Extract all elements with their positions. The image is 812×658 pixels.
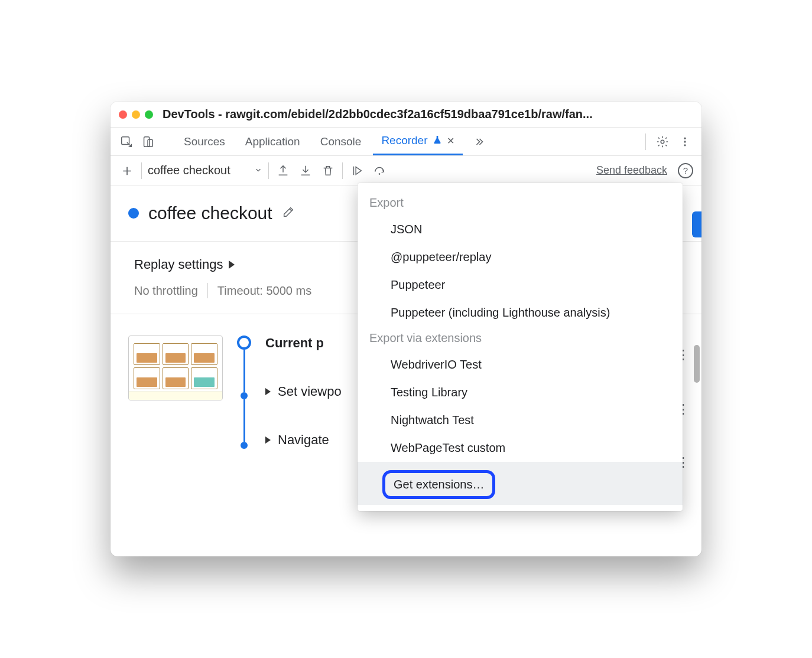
recording-dropdown[interactable]: coffee checkout — [148, 164, 262, 177]
svg-rect-1 — [144, 136, 150, 146]
export-item-webdriverio[interactable]: WebdriverIO Test — [358, 351, 683, 379]
steps-list: Current p Set viewpo Navigate — [265, 335, 342, 448]
step-label: Navigate — [278, 432, 329, 448]
devtools-window: DevTools - rawgit.com/ebidel/2d2bb0cdec3… — [111, 102, 701, 556]
minimize-window-button[interactable] — [132, 110, 140, 119]
scrollbar-thumb[interactable] — [694, 345, 700, 383]
window-title: DevTools - rawgit.com/ebidel/2d2bb0cdec3… — [163, 108, 693, 121]
step-label: Set viewpo — [278, 384, 342, 399]
divider — [141, 162, 142, 179]
timeline-dot-icon — [241, 392, 248, 399]
export-item-puppeteer[interactable]: Puppeteer — [358, 271, 683, 299]
edit-name-icon[interactable] — [282, 206, 295, 221]
more-options-icon[interactable] — [675, 132, 694, 151]
divider — [268, 162, 269, 179]
export-section-header: Export — [358, 191, 683, 216]
export-item-nightwatch[interactable]: Nightwatch Test — [358, 406, 683, 434]
replay-button-edge[interactable] — [692, 211, 701, 237]
inspect-element-icon[interactable] — [118, 133, 135, 151]
timeline — [236, 335, 252, 449]
replay-settings-label: Replay settings — [134, 257, 223, 272]
tab-application-label: Application — [245, 135, 300, 148]
export-item-testing-library[interactable]: Testing Library — [358, 379, 683, 406]
get-extensions-highlight: Get extensions… — [382, 470, 495, 499]
timeline-start-icon — [237, 335, 251, 350]
step-label: Current p — [265, 335, 324, 351]
tab-console-label: Console — [320, 135, 362, 148]
divider — [342, 162, 343, 179]
divider — [207, 283, 208, 298]
tab-application[interactable]: Application — [237, 128, 308, 155]
tab-sources[interactable]: Sources — [176, 128, 233, 155]
panel-tabs: Sources Application Console Recorder ✕ — [176, 128, 490, 155]
chevron-down-icon — [254, 164, 262, 177]
get-extensions-label: Get extensions… — [394, 478, 484, 491]
recording-dropdown-label: coffee checkout — [148, 164, 230, 177]
expand-icon — [265, 388, 271, 395]
traffic-lights — [119, 110, 153, 119]
svg-point-5 — [684, 141, 686, 142]
throttling-value: No throttling — [134, 284, 198, 298]
recording-name: coffee checkout — [148, 203, 272, 223]
panel-tabbar: Sources Application Console Recorder ✕ — [111, 128, 701, 156]
svg-point-3 — [661, 140, 664, 144]
step-current-page[interactable]: Current p — [265, 335, 342, 351]
step-play-button[interactable] — [349, 162, 365, 179]
divider — [645, 133, 646, 150]
close-window-button[interactable] — [119, 110, 127, 119]
export-dropdown: Export JSON @puppeteer/replay Puppeteer … — [358, 183, 683, 511]
delete-button[interactable] — [320, 162, 336, 179]
step-set-viewport[interactable]: Set viewpo — [265, 384, 342, 399]
export-item-puppeteer-lighthouse[interactable]: Puppeteer (including Lighthouse analysis… — [358, 299, 683, 327]
recorder-toolbar: ＋ coffee checkout Send feedback ? — [111, 156, 701, 185]
svg-rect-2 — [148, 139, 152, 146]
export-item-json[interactable]: JSON — [358, 216, 683, 243]
expand-icon — [229, 260, 235, 269]
more-tabs-button[interactable] — [466, 128, 490, 155]
tab-recorder-label: Recorder — [381, 134, 427, 147]
import-button[interactable] — [297, 162, 314, 179]
device-toggle-icon[interactable] — [139, 133, 157, 151]
help-icon[interactable]: ? — [678, 163, 693, 178]
tab-recorder[interactable]: Recorder ✕ — [373, 128, 462, 155]
export-item-webpagetest[interactable]: WebPageTest custom — [358, 434, 683, 462]
svg-point-4 — [684, 137, 686, 139]
page-screenshot-thumbnail — [128, 335, 223, 400]
new-recording-button[interactable]: ＋ — [119, 160, 135, 181]
step-over-button[interactable] — [371, 162, 388, 179]
recording-status-dot — [128, 208, 139, 219]
timeout-value: Timeout: 5000 ms — [217, 284, 311, 298]
titlebar: DevTools - rawgit.com/ebidel/2d2bb0cdec3… — [111, 102, 701, 128]
settings-icon[interactable] — [653, 132, 672, 151]
send-feedback-link[interactable]: Send feedback — [596, 164, 667, 177]
export-item-get-extensions[interactable]: Get extensions… — [358, 462, 683, 505]
tab-sources-label: Sources — [184, 135, 225, 148]
experiment-icon — [433, 134, 442, 147]
expand-icon — [265, 437, 271, 444]
close-tab-icon[interactable]: ✕ — [447, 135, 454, 146]
export-button[interactable] — [275, 162, 291, 179]
maximize-window-button[interactable] — [145, 110, 153, 119]
export-extensions-header: Export via extensions — [358, 327, 683, 351]
export-item-puppeteer-replay[interactable]: @puppeteer/replay — [358, 243, 683, 271]
tab-console[interactable]: Console — [312, 128, 370, 155]
svg-point-6 — [684, 144, 686, 146]
svg-point-7 — [378, 173, 380, 175]
step-navigate[interactable]: Navigate — [265, 432, 342, 448]
timeline-dot-icon — [241, 442, 248, 449]
